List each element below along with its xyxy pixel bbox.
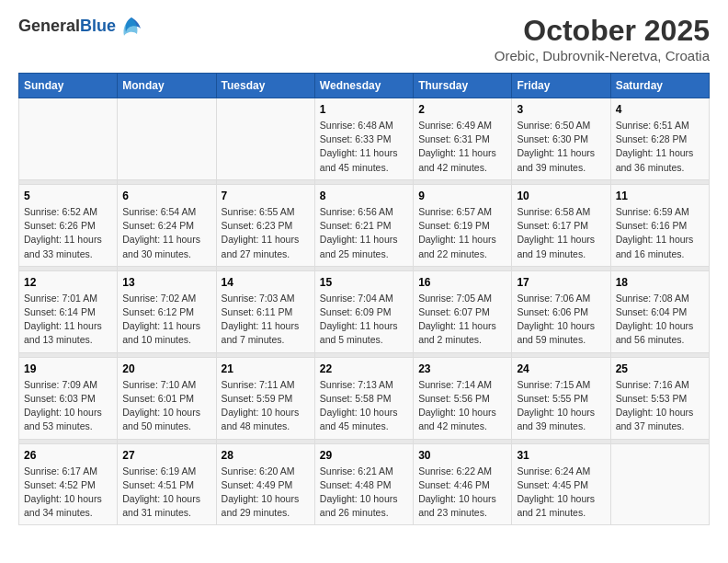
day-detail: Sunrise: 7:15 AMSunset: 5:55 PMDaylight:… (517, 378, 605, 434)
day-detail: Sunrise: 6:58 AMSunset: 6:17 PMDaylight:… (517, 205, 605, 261)
day-number: 12 (24, 276, 112, 289)
calendar-header: Sunday Monday Tuesday Wednesday Thursday… (19, 74, 710, 98)
day-detail: Sunrise: 7:06 AMSunset: 6:06 PMDaylight:… (517, 292, 605, 348)
day-number: 20 (122, 362, 210, 375)
day-cell-w2-d2: 6Sunrise: 6:54 AMSunset: 6:24 PMDaylight… (118, 184, 216, 266)
day-number: 23 (418, 362, 506, 375)
day-number: 5 (24, 190, 112, 202)
day-cell-w5-d1: 26Sunrise: 6:17 AMSunset: 4:52 PMDayligh… (19, 443, 118, 525)
day-cell-w1-d5: 2Sunrise: 6:49 AMSunset: 6:31 PMDaylight… (414, 98, 512, 180)
logo-icon (119, 14, 144, 40)
day-number: 7 (222, 190, 310, 202)
week-row-5: 26Sunrise: 6:17 AMSunset: 4:52 PMDayligh… (19, 443, 710, 525)
day-cell-w2-d3: 7Sunrise: 6:55 AMSunset: 6:23 PMDaylight… (216, 184, 314, 266)
day-detail: Sunrise: 6:55 AMSunset: 6:23 PMDaylight:… (222, 205, 310, 261)
week-row-2: 5Sunrise: 6:52 AMSunset: 6:26 PMDaylight… (19, 184, 710, 266)
day-detail: Sunrise: 6:20 AMSunset: 4:49 PMDaylight:… (222, 465, 310, 521)
day-number: 21 (222, 362, 310, 375)
day-cell-w2-d1: 5Sunrise: 6:52 AMSunset: 6:26 PMDaylight… (19, 184, 118, 266)
day-number: 1 (320, 103, 408, 116)
day-number: 16 (418, 276, 506, 289)
day-number: 26 (24, 449, 112, 462)
day-number: 14 (222, 276, 310, 289)
day-number: 22 (320, 362, 408, 375)
day-cell-w3-d2: 13Sunrise: 7:02 AMSunset: 6:12 PMDayligh… (118, 270, 216, 352)
day-detail: Sunrise: 6:59 AMSunset: 6:16 PMDaylight:… (616, 205, 704, 261)
header-friday: Friday (512, 74, 610, 98)
day-detail: Sunrise: 6:54 AMSunset: 6:24 PMDaylight:… (122, 205, 210, 261)
day-cell-w5-d3: 28Sunrise: 6:20 AMSunset: 4:49 PMDayligh… (216, 443, 314, 525)
header-wednesday: Wednesday (314, 74, 413, 98)
page-subtitle: Orebic, Dubrovnik-Neretva, Croatia (495, 48, 710, 63)
day-number: 28 (222, 449, 310, 462)
day-detail: Sunrise: 6:21 AMSunset: 4:48 PMDaylight:… (320, 465, 408, 521)
day-cell-w4-d3: 21Sunrise: 7:11 AMSunset: 5:59 PMDayligh… (216, 357, 314, 439)
day-detail: Sunrise: 7:03 AMSunset: 6:11 PMDaylight:… (222, 292, 310, 348)
day-number: 31 (517, 449, 605, 462)
day-detail: Sunrise: 6:52 AMSunset: 6:26 PMDaylight:… (24, 205, 112, 261)
header-sunday: Sunday (19, 74, 118, 98)
header-tuesday: Tuesday (216, 74, 314, 98)
day-cell-w1-d7: 4Sunrise: 6:51 AMSunset: 6:28 PMDaylight… (610, 98, 709, 180)
day-detail: Sunrise: 7:16 AMSunset: 5:53 PMDaylight:… (616, 378, 704, 434)
day-number: 2 (418, 103, 506, 116)
day-number: 18 (616, 276, 704, 289)
day-number: 15 (320, 276, 408, 289)
calendar-body: 1Sunrise: 6:48 AMSunset: 6:33 PMDaylight… (19, 98, 710, 525)
day-cell-w3-d1: 12Sunrise: 7:01 AMSunset: 6:14 PMDayligh… (19, 270, 118, 352)
day-cell-w5-d7 (610, 443, 709, 525)
day-cell-w1-d1 (19, 98, 118, 180)
day-cell-w5-d5: 30Sunrise: 6:22 AMSunset: 4:46 PMDayligh… (414, 443, 512, 525)
day-detail: Sunrise: 7:04 AMSunset: 6:09 PMDaylight:… (320, 292, 408, 348)
header-thursday: Thursday (414, 74, 512, 98)
day-detail: Sunrise: 6:51 AMSunset: 6:28 PMDaylight:… (616, 119, 704, 175)
day-number: 29 (320, 449, 408, 462)
day-detail: Sunrise: 6:22 AMSunset: 4:46 PMDaylight:… (418, 465, 506, 521)
day-cell-w4-d6: 24Sunrise: 7:15 AMSunset: 5:55 PMDayligh… (512, 357, 610, 439)
day-detail: Sunrise: 6:48 AMSunset: 6:33 PMDaylight:… (320, 119, 408, 175)
day-number: 24 (517, 362, 605, 375)
day-cell-w3-d4: 15Sunrise: 7:04 AMSunset: 6:09 PMDayligh… (314, 270, 413, 352)
day-cell-w1-d2 (118, 98, 216, 180)
day-cell-w4-d2: 20Sunrise: 7:10 AMSunset: 6:01 PMDayligh… (118, 357, 216, 439)
day-number: 8 (320, 190, 408, 202)
day-detail: Sunrise: 6:17 AMSunset: 4:52 PMDaylight:… (24, 465, 112, 521)
page-container: GeneralBlue October 2025 Orebic, Dubrovn… (0, 0, 728, 534)
day-cell-w2-d5: 9Sunrise: 6:57 AMSunset: 6:19 PMDaylight… (414, 184, 512, 266)
day-detail: Sunrise: 7:13 AMSunset: 5:58 PMDaylight:… (320, 378, 408, 434)
day-cell-w5-d6: 31Sunrise: 6:24 AMSunset: 4:45 PMDayligh… (512, 443, 610, 525)
day-cell-w1-d6: 3Sunrise: 6:50 AMSunset: 6:30 PMDaylight… (512, 98, 610, 180)
page-header: GeneralBlue October 2025 Orebic, Dubrovn… (18, 14, 710, 63)
day-detail: Sunrise: 7:05 AMSunset: 6:07 PMDaylight:… (418, 292, 506, 348)
day-cell-w2-d4: 8Sunrise: 6:56 AMSunset: 6:21 PMDaylight… (314, 184, 413, 266)
day-cell-w5-d4: 29Sunrise: 6:21 AMSunset: 4:48 PMDayligh… (314, 443, 413, 525)
day-number: 30 (418, 449, 506, 462)
day-detail: Sunrise: 7:08 AMSunset: 6:04 PMDaylight:… (616, 292, 704, 348)
header-monday: Monday (118, 74, 216, 98)
week-row-4: 19Sunrise: 7:09 AMSunset: 6:03 PMDayligh… (19, 357, 710, 439)
header-saturday: Saturday (610, 74, 709, 98)
logo-general: GeneralBlue (18, 17, 116, 37)
calendar-table: Sunday Monday Tuesday Wednesday Thursday… (18, 73, 710, 525)
day-cell-w4-d7: 25Sunrise: 7:16 AMSunset: 5:53 PMDayligh… (610, 357, 709, 439)
day-cell-w3-d3: 14Sunrise: 7:03 AMSunset: 6:11 PMDayligh… (216, 270, 314, 352)
day-number: 13 (122, 276, 210, 289)
day-detail: Sunrise: 6:50 AMSunset: 6:30 PMDaylight:… (517, 119, 605, 175)
day-detail: Sunrise: 7:09 AMSunset: 6:03 PMDaylight:… (24, 378, 112, 434)
day-cell-w4-d5: 23Sunrise: 7:14 AMSunset: 5:56 PMDayligh… (414, 357, 512, 439)
day-cell-w2-d7: 11Sunrise: 6:59 AMSunset: 6:16 PMDayligh… (610, 184, 709, 266)
day-detail: Sunrise: 7:11 AMSunset: 5:59 PMDaylight:… (222, 378, 310, 434)
day-number: 17 (517, 276, 605, 289)
day-number: 9 (418, 190, 506, 202)
day-number: 25 (616, 362, 704, 375)
day-detail: Sunrise: 7:01 AMSunset: 6:14 PMDaylight:… (24, 292, 112, 348)
day-detail: Sunrise: 6:24 AMSunset: 4:45 PMDaylight:… (517, 465, 605, 521)
day-detail: Sunrise: 6:19 AMSunset: 4:51 PMDaylight:… (122, 465, 210, 521)
day-cell-w3-d5: 16Sunrise: 7:05 AMSunset: 6:07 PMDayligh… (414, 270, 512, 352)
day-detail: Sunrise: 6:49 AMSunset: 6:31 PMDaylight:… (418, 119, 506, 175)
day-number: 10 (517, 190, 605, 202)
day-cell-w1-d4: 1Sunrise: 6:48 AMSunset: 6:33 PMDaylight… (314, 98, 413, 180)
week-row-1: 1Sunrise: 6:48 AMSunset: 6:33 PMDaylight… (19, 98, 710, 180)
day-number: 3 (517, 103, 605, 116)
logo: GeneralBlue (18, 14, 144, 40)
